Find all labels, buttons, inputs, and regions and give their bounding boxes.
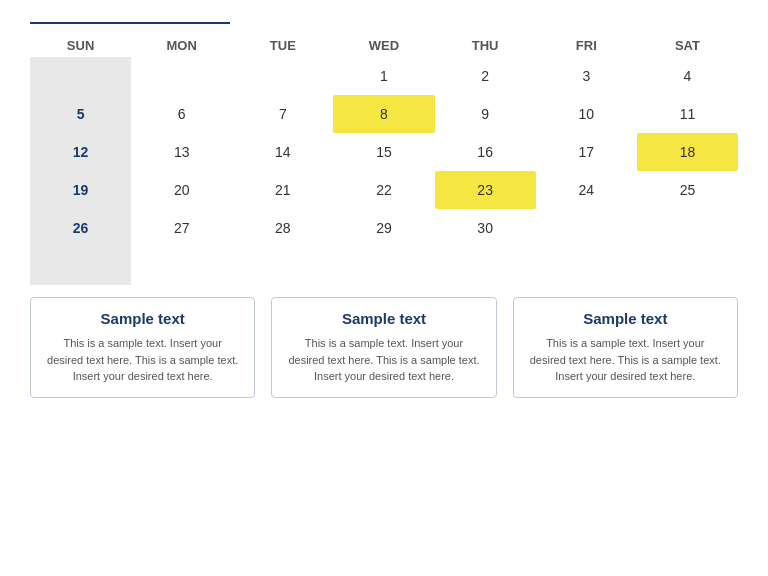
card-body-1: This is a sample text. Insert your desir…: [45, 335, 240, 385]
calendar-day[interactable]: [333, 247, 434, 285]
calendar-day[interactable]: 25: [637, 171, 738, 209]
calendar-table: SUN MON TUE WED THU FRI SAT 123456789101…: [30, 34, 738, 285]
info-card-2: Sample textThis is a sample text. Insert…: [271, 297, 496, 398]
calendar-day[interactable]: [232, 57, 333, 95]
calendar-day[interactable]: 6: [131, 95, 232, 133]
calendar-day[interactable]: 13: [131, 133, 232, 171]
day-header-sun: SUN: [30, 34, 131, 57]
day-header-tue: TUE: [232, 34, 333, 57]
day-header-wed: WED: [333, 34, 434, 57]
calendar-day[interactable]: 3: [536, 57, 637, 95]
card-title-3: Sample text: [528, 310, 723, 327]
calendar-day[interactable]: [536, 247, 637, 285]
calendar-day[interactable]: [536, 209, 637, 247]
card-title-2: Sample text: [286, 310, 481, 327]
calendar-day[interactable]: [232, 247, 333, 285]
calendar-header-row: SUN MON TUE WED THU FRI SAT: [30, 34, 738, 57]
calendar-day[interactable]: 22: [333, 171, 434, 209]
calendar-day[interactable]: [637, 247, 738, 285]
calendar-day[interactable]: 19: [30, 171, 131, 209]
day-header-sat: SAT: [637, 34, 738, 57]
calendar-day[interactable]: 17: [536, 133, 637, 171]
calendar-day[interactable]: 29: [333, 209, 434, 247]
calendar-day[interactable]: [30, 247, 131, 285]
calendar-day[interactable]: 30: [435, 209, 536, 247]
calendar-row: 19202122232425: [30, 171, 738, 209]
calendar-day[interactable]: 5: [30, 95, 131, 133]
calendar-day[interactable]: 16: [435, 133, 536, 171]
card-body-3: This is a sample text. Insert your desir…: [528, 335, 723, 385]
card-title-1: Sample text: [45, 310, 240, 327]
calendar-day[interactable]: 21: [232, 171, 333, 209]
calendar-day[interactable]: 24: [536, 171, 637, 209]
calendar-day[interactable]: 8: [333, 95, 434, 133]
calendar-day[interactable]: [30, 57, 131, 95]
info-card-3: Sample textThis is a sample text. Insert…: [513, 297, 738, 398]
calendar-day[interactable]: 12: [30, 133, 131, 171]
calendar-row: 2627282930: [30, 209, 738, 247]
calendar-day[interactable]: 18: [637, 133, 738, 171]
calendar-day[interactable]: 4: [637, 57, 738, 95]
card-body-2: This is a sample text. Insert your desir…: [286, 335, 481, 385]
calendar-day[interactable]: [637, 209, 738, 247]
calendar-day[interactable]: 23: [435, 171, 536, 209]
calendar-day[interactable]: [131, 57, 232, 95]
calendar-day[interactable]: 10: [536, 95, 637, 133]
calendar-row: 567891011: [30, 95, 738, 133]
calendar-day[interactable]: [435, 247, 536, 285]
calendar-day[interactable]: 27: [131, 209, 232, 247]
calendar-day[interactable]: [131, 247, 232, 285]
calendar-day[interactable]: 1: [333, 57, 434, 95]
calendar-day[interactable]: 2: [435, 57, 536, 95]
calendar-day[interactable]: 26: [30, 209, 131, 247]
calendar-day[interactable]: 11: [637, 95, 738, 133]
calendar-day[interactable]: 28: [232, 209, 333, 247]
calendar-day[interactable]: 15: [333, 133, 434, 171]
calendar-day[interactable]: 20: [131, 171, 232, 209]
calendar-row: [30, 247, 738, 285]
info-cards-container: Sample textThis is a sample text. Insert…: [30, 297, 738, 398]
calendar-row: 1234: [30, 57, 738, 95]
day-header-fri: FRI: [536, 34, 637, 57]
day-header-thu: THU: [435, 34, 536, 57]
day-header-mon: MON: [131, 34, 232, 57]
header-divider: [30, 22, 230, 24]
calendar-day[interactable]: 9: [435, 95, 536, 133]
info-card-1: Sample textThis is a sample text. Insert…: [30, 297, 255, 398]
calendar-row: 12131415161718: [30, 133, 738, 171]
header: [30, 22, 738, 24]
calendar-day[interactable]: 14: [232, 133, 333, 171]
calendar-day[interactable]: 7: [232, 95, 333, 133]
